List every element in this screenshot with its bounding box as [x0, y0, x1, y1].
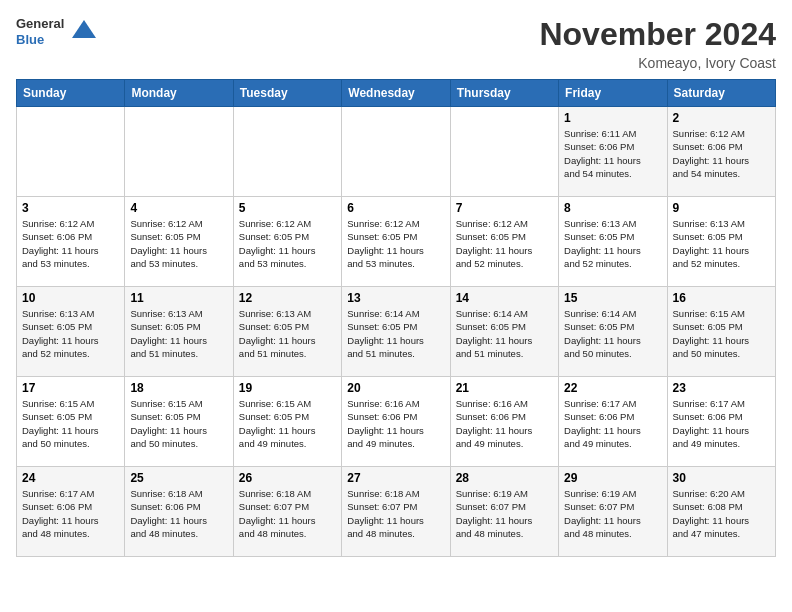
day-number: 7	[456, 201, 553, 215]
day-info: Sunrise: 6:16 AM Sunset: 6:06 PM Dayligh…	[456, 397, 553, 450]
calendar-day-cell: 16Sunrise: 6:15 AM Sunset: 6:05 PM Dayli…	[667, 287, 775, 377]
day-number: 11	[130, 291, 227, 305]
calendar-week-row: 10Sunrise: 6:13 AM Sunset: 6:05 PM Dayli…	[17, 287, 776, 377]
day-number: 8	[564, 201, 661, 215]
day-info: Sunrise: 6:19 AM Sunset: 6:07 PM Dayligh…	[456, 487, 553, 540]
day-info: Sunrise: 6:12 AM Sunset: 6:05 PM Dayligh…	[347, 217, 444, 270]
calendar-day-cell: 29Sunrise: 6:19 AM Sunset: 6:07 PM Dayli…	[559, 467, 667, 557]
day-info: Sunrise: 6:14 AM Sunset: 6:05 PM Dayligh…	[347, 307, 444, 360]
day-number: 5	[239, 201, 336, 215]
day-info: Sunrise: 6:17 AM Sunset: 6:06 PM Dayligh…	[673, 397, 770, 450]
day-info: Sunrise: 6:12 AM Sunset: 6:05 PM Dayligh…	[239, 217, 336, 270]
calendar-week-row: 17Sunrise: 6:15 AM Sunset: 6:05 PM Dayli…	[17, 377, 776, 467]
day-info: Sunrise: 6:17 AM Sunset: 6:06 PM Dayligh…	[22, 487, 119, 540]
day-number: 9	[673, 201, 770, 215]
day-info: Sunrise: 6:15 AM Sunset: 6:05 PM Dayligh…	[130, 397, 227, 450]
day-number: 4	[130, 201, 227, 215]
calendar-day-cell: 17Sunrise: 6:15 AM Sunset: 6:05 PM Dayli…	[17, 377, 125, 467]
calendar-day-cell: 4Sunrise: 6:12 AM Sunset: 6:05 PM Daylig…	[125, 197, 233, 287]
day-info: Sunrise: 6:13 AM Sunset: 6:05 PM Dayligh…	[673, 217, 770, 270]
calendar-body: 1Sunrise: 6:11 AM Sunset: 6:06 PM Daylig…	[17, 107, 776, 557]
day-number: 16	[673, 291, 770, 305]
calendar-day-cell	[125, 107, 233, 197]
day-number: 13	[347, 291, 444, 305]
day-info: Sunrise: 6:14 AM Sunset: 6:05 PM Dayligh…	[564, 307, 661, 360]
day-info: Sunrise: 6:18 AM Sunset: 6:06 PM Dayligh…	[130, 487, 227, 540]
day-number: 22	[564, 381, 661, 395]
calendar-day-cell: 11Sunrise: 6:13 AM Sunset: 6:05 PM Dayli…	[125, 287, 233, 377]
day-info: Sunrise: 6:12 AM Sunset: 6:05 PM Dayligh…	[130, 217, 227, 270]
calendar-day-cell: 6Sunrise: 6:12 AM Sunset: 6:05 PM Daylig…	[342, 197, 450, 287]
day-number: 2	[673, 111, 770, 125]
calendar-day-cell	[233, 107, 341, 197]
day-info: Sunrise: 6:13 AM Sunset: 6:05 PM Dayligh…	[564, 217, 661, 270]
calendar-day-cell: 15Sunrise: 6:14 AM Sunset: 6:05 PM Dayli…	[559, 287, 667, 377]
calendar-day-cell: 10Sunrise: 6:13 AM Sunset: 6:05 PM Dayli…	[17, 287, 125, 377]
calendar-day-cell: 2Sunrise: 6:12 AM Sunset: 6:06 PM Daylig…	[667, 107, 775, 197]
calendar-day-cell: 20Sunrise: 6:16 AM Sunset: 6:06 PM Dayli…	[342, 377, 450, 467]
logo-line2: Blue	[16, 32, 64, 48]
day-number: 3	[22, 201, 119, 215]
day-info: Sunrise: 6:14 AM Sunset: 6:05 PM Dayligh…	[456, 307, 553, 360]
calendar-day-cell: 8Sunrise: 6:13 AM Sunset: 6:05 PM Daylig…	[559, 197, 667, 287]
logo-line1: General	[16, 16, 64, 32]
day-info: Sunrise: 6:18 AM Sunset: 6:07 PM Dayligh…	[347, 487, 444, 540]
calendar-day-cell: 9Sunrise: 6:13 AM Sunset: 6:05 PM Daylig…	[667, 197, 775, 287]
calendar-day-cell: 21Sunrise: 6:16 AM Sunset: 6:06 PM Dayli…	[450, 377, 558, 467]
calendar-day-cell: 23Sunrise: 6:17 AM Sunset: 6:06 PM Dayli…	[667, 377, 775, 467]
calendar-day-cell: 14Sunrise: 6:14 AM Sunset: 6:05 PM Dayli…	[450, 287, 558, 377]
calendar-day-cell: 7Sunrise: 6:12 AM Sunset: 6:05 PM Daylig…	[450, 197, 558, 287]
day-number: 23	[673, 381, 770, 395]
weekday-header-cell: Sunday	[17, 80, 125, 107]
svg-marker-0	[72, 20, 96, 38]
day-info: Sunrise: 6:15 AM Sunset: 6:05 PM Dayligh…	[22, 397, 119, 450]
calendar-day-cell	[450, 107, 558, 197]
calendar-day-cell: 1Sunrise: 6:11 AM Sunset: 6:06 PM Daylig…	[559, 107, 667, 197]
calendar-day-cell: 28Sunrise: 6:19 AM Sunset: 6:07 PM Dayli…	[450, 467, 558, 557]
weekday-header-cell: Monday	[125, 80, 233, 107]
day-number: 28	[456, 471, 553, 485]
day-number: 1	[564, 111, 661, 125]
calendar-table: SundayMondayTuesdayWednesdayThursdayFrid…	[16, 79, 776, 557]
day-number: 26	[239, 471, 336, 485]
day-info: Sunrise: 6:12 AM Sunset: 6:06 PM Dayligh…	[22, 217, 119, 270]
day-number: 18	[130, 381, 227, 395]
day-number: 29	[564, 471, 661, 485]
calendar-week-row: 1Sunrise: 6:11 AM Sunset: 6:06 PM Daylig…	[17, 107, 776, 197]
calendar-day-cell	[342, 107, 450, 197]
calendar-week-row: 3Sunrise: 6:12 AM Sunset: 6:06 PM Daylig…	[17, 197, 776, 287]
day-number: 12	[239, 291, 336, 305]
day-number: 24	[22, 471, 119, 485]
day-info: Sunrise: 6:12 AM Sunset: 6:05 PM Dayligh…	[456, 217, 553, 270]
logo-icon	[70, 18, 98, 46]
day-number: 6	[347, 201, 444, 215]
calendar-day-cell: 30Sunrise: 6:20 AM Sunset: 6:08 PM Dayli…	[667, 467, 775, 557]
day-info: Sunrise: 6:16 AM Sunset: 6:06 PM Dayligh…	[347, 397, 444, 450]
logo: General Blue	[16, 16, 98, 47]
weekday-header-row: SundayMondayTuesdayWednesdayThursdayFrid…	[17, 80, 776, 107]
day-info: Sunrise: 6:13 AM Sunset: 6:05 PM Dayligh…	[22, 307, 119, 360]
day-info: Sunrise: 6:15 AM Sunset: 6:05 PM Dayligh…	[239, 397, 336, 450]
day-info: Sunrise: 6:12 AM Sunset: 6:06 PM Dayligh…	[673, 127, 770, 180]
calendar-day-cell: 13Sunrise: 6:14 AM Sunset: 6:05 PM Dayli…	[342, 287, 450, 377]
calendar-day-cell: 12Sunrise: 6:13 AM Sunset: 6:05 PM Dayli…	[233, 287, 341, 377]
weekday-header-cell: Tuesday	[233, 80, 341, 107]
day-info: Sunrise: 6:13 AM Sunset: 6:05 PM Dayligh…	[239, 307, 336, 360]
location: Komeayo, Ivory Coast	[539, 55, 776, 71]
calendar-week-row: 24Sunrise: 6:17 AM Sunset: 6:06 PM Dayli…	[17, 467, 776, 557]
calendar-day-cell: 22Sunrise: 6:17 AM Sunset: 6:06 PM Dayli…	[559, 377, 667, 467]
calendar-day-cell: 26Sunrise: 6:18 AM Sunset: 6:07 PM Dayli…	[233, 467, 341, 557]
calendar-day-cell: 19Sunrise: 6:15 AM Sunset: 6:05 PM Dayli…	[233, 377, 341, 467]
calendar-day-cell: 3Sunrise: 6:12 AM Sunset: 6:06 PM Daylig…	[17, 197, 125, 287]
page-header: General Blue November 2024 Komeayo, Ivor…	[16, 16, 776, 71]
calendar-day-cell: 5Sunrise: 6:12 AM Sunset: 6:05 PM Daylig…	[233, 197, 341, 287]
day-number: 25	[130, 471, 227, 485]
weekday-header-cell: Wednesday	[342, 80, 450, 107]
day-info: Sunrise: 6:17 AM Sunset: 6:06 PM Dayligh…	[564, 397, 661, 450]
calendar-day-cell	[17, 107, 125, 197]
day-info: Sunrise: 6:18 AM Sunset: 6:07 PM Dayligh…	[239, 487, 336, 540]
day-info: Sunrise: 6:19 AM Sunset: 6:07 PM Dayligh…	[564, 487, 661, 540]
weekday-header-cell: Thursday	[450, 80, 558, 107]
title-area: November 2024 Komeayo, Ivory Coast	[539, 16, 776, 71]
day-number: 19	[239, 381, 336, 395]
